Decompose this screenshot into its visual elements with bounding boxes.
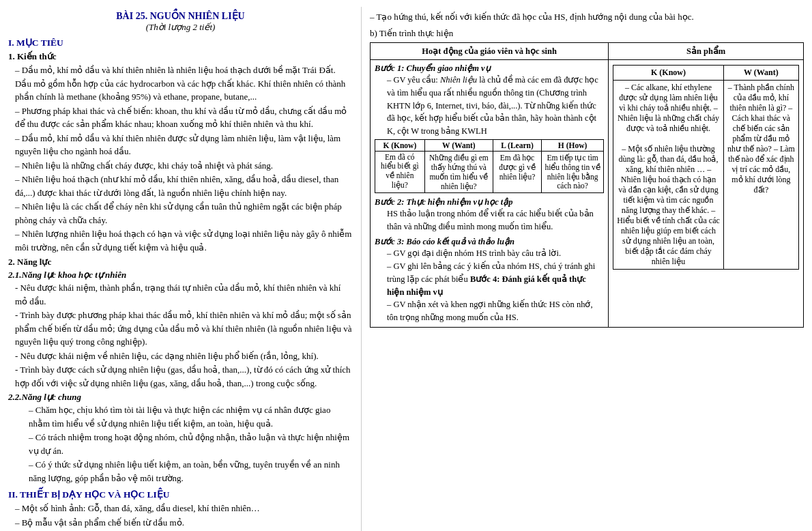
knowledge-item-5: – Nhiên liệu hoá thạch (như khí mỏ dầu, … — [8, 173, 353, 199]
sub1-label: 1. Kiến thức — [8, 51, 353, 62]
nlkhtn-item-1: - Nêu được khái niệm, thành phần, trạng … — [8, 281, 353, 308]
nlchung-item-2: – Có trách nhiệm trong hoạt động nhóm, c… — [8, 431, 353, 457]
knowledge-item-4: – Nhiên liệu là những chất cháy được, kh… — [8, 159, 353, 173]
nlkhtn-item-2: - Trình bày được phương pháp khai thác d… — [8, 308, 353, 349]
knowledge-item-3: – Dầu mỏ, khí mỏ dầu và khí thiên nhiên … — [8, 132, 353, 158]
kwlh-h-header: H (How) — [541, 139, 603, 151]
section1-heading: I. MỤC TIÊU — [8, 37, 353, 48]
knowledge-item-1: – Dầu mỏ, khí mỏ dầu và khí thiên nhiên … — [8, 63, 353, 104]
kwlh-k-header: K (Know) — [375, 139, 425, 151]
nlkhtn-item-4: - Trình bày được cách sử dụng nhiên liệu… — [8, 363, 353, 390]
knowledge-item-6: – Nhiên liệu là các chất để cháy nên khi… — [8, 200, 353, 227]
activity-table: Hoạt động của giáo viên và học sinh Sản … — [370, 42, 804, 328]
right-intro-line1: – Tạo hứng thú, kết nối với kiến thức đã… — [370, 10, 804, 24]
thietbi-item-2: – Bộ mẫu vật sản phẩm chế biến từ dầu mỏ… — [8, 516, 353, 530]
page-title: BÀI 25. NGUỒN NHIÊN LIỆU — [8, 10, 353, 22]
sub2-label: 2. Năng lực — [8, 257, 353, 268]
section2-heading: II. THIẾT BỊ DẠY HỌC VÀ HỌC LIỆU — [8, 489, 353, 500]
step2-title: Bước 2: Thực hiện nhiệm vụ học tập — [375, 197, 604, 207]
steps-cell: Bước 1: Chuyển giao nhiệm vụ – GV yêu cầ… — [371, 60, 609, 328]
step3-line1: – GV gọi đại diện nhóm HS trình bày câu … — [375, 247, 604, 260]
kwlh-table: K (Know) W (Want) L (Learn) H (How) Em đ… — [375, 139, 604, 193]
nlkhtn-item-3: - Nêu được khái niệm về nhiên liệu, các … — [8, 349, 353, 363]
table-row-main: Bước 1: Chuyển giao nhiệm vụ – GV yêu cầ… — [371, 60, 804, 328]
product-w-header: W (Want) — [723, 66, 798, 81]
product-k-content: – Các alkane, khí ethylene được sử dụng … — [613, 81, 724, 270]
subsub1-label: 2.1.Năng lực khoa học tự nhiên — [8, 270, 353, 281]
table-header-product: Sản phẩm — [609, 43, 804, 60]
knowledge-item-2: – Phương pháp khai thác và chế biến: kho… — [8, 104, 353, 131]
kwlh-w-header: W (Want) — [424, 139, 493, 151]
table-header-activity: Hoạt động của giáo viên và học sinh — [371, 43, 609, 60]
product-cell: K (Know) W (Want) – Các alkane, khí ethy… — [609, 60, 804, 328]
subsub2-label: 2.2.Năng lực chung — [8, 392, 353, 403]
product-inner-table: K (Know) W (Want) – Các alkane, khí ethy… — [613, 65, 799, 270]
kwlh-l-header: L (Learn) — [493, 139, 542, 151]
right-column: – Tạo hứng thú, kết nối với kiến thức đã… — [362, 7, 812, 531]
product-inner-row: – Các alkane, khí ethylene được sử dụng … — [613, 81, 799, 270]
step3-title: Bước 3: Báo cáo kết quả và thảo luận — [375, 236, 604, 247]
left-column: BÀI 25. NGUỒN NHIÊN LIỆU (Thời lượng 2 t… — [0, 7, 362, 531]
step3-line2: – GV ghi lên bảng các ý kiến của nhóm HS… — [375, 260, 604, 298]
kwlh-h-cell: Em tiếp tục tìm hiểu thông tin về nhiên … — [541, 151, 603, 192]
step1-gv: – GV yêu cầu: Nhiên liệu là chủ đề mà cá… — [375, 74, 604, 138]
kwlh-row: Em đã có hiểu biết gì về nhiên liệu? Nhữ… — [375, 151, 604, 192]
kwlh-l-cell: Em đã học được gì về nhiên liệu? — [493, 151, 542, 192]
step1-title: Bước 1: Chuyển giao nhiệm vụ — [375, 63, 604, 74]
step2-content: HS thảo luận trong nhóm để viết ra các h… — [375, 207, 604, 233]
nlchung-item-3: – Có ý thức sử dụng nhiên liệu tiết kiệm… — [8, 458, 353, 485]
thietbi-item-1: – Một số hình ảnh: Gỗ, than đá, xăng, dầ… — [8, 502, 353, 515]
kwlh-w-cell: Những điều gì em thấy hứng thú và muốn t… — [424, 151, 493, 192]
page-subtitle: (Thời lượng 2 tiết) — [8, 22, 353, 33]
step3-line3: – GV nhận xét và khen ngợi những kiến th… — [375, 298, 604, 324]
knowledge-item-7: – Nhiên lượng nhiên liệu hoá thạch có hạ… — [8, 227, 353, 254]
product-w-content: – Thành phần chính của dầu mỏ, khí thiên… — [723, 81, 798, 270]
right-intro-line2: b) Tiến trình thực hiện — [370, 27, 804, 40]
nlchung-item-1: – Chăm học, chịu khó tìm tòi tài liệu và… — [8, 403, 353, 430]
product-k-header: K (Know) — [613, 66, 724, 81]
kwlh-k-cell: Em đã có hiểu biết gì về nhiên liệu? — [375, 151, 425, 192]
